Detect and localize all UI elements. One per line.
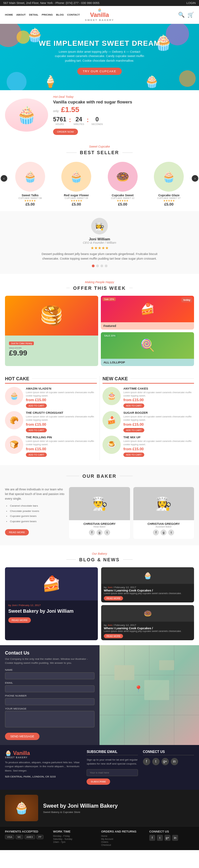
deal-order-button[interactable]: ORDER NOW: [53, 129, 78, 135]
offer-card-1: 🥞 Just for Cake Honey Was £9.55 £9.99: [5, 296, 98, 366]
offer-header: Making People Happy OFFER THIS WEEK: [5, 279, 194, 296]
baker-facebook-icon-2[interactable]: f: [153, 529, 159, 535]
top-bar: 567 Main Street, 2nd Floor, New York - P…: [0, 0, 199, 6]
product-card-3: 🧁 Cupcake Glaze CUPCAKE SWEET 07 ★★★★★ £…: [147, 162, 191, 206]
blog-side-read-btn-0[interactable]: READ MORE: [104, 596, 123, 600]
offer-grid: 🥞 Just for Cake Honey Was £9.55 £9.99 🍰 …: [5, 296, 194, 366]
new-cake-add-btn-1[interactable]: ADD TO CART: [123, 428, 144, 432]
hero-cta-button[interactable]: TRY OUR CUPCAKE: [77, 68, 121, 75]
blog-side-read-btn-1[interactable]: READ MORE: [104, 634, 123, 638]
map-area: 📍: [100, 645, 199, 745]
work-hours: Monday - FridaySaturday - Sunday10am - 7…: [53, 835, 98, 843]
blog-featured-title: Sweet Bakery by Joni William: [8, 608, 94, 614]
orders-title: ORDERS AND RETURNS: [101, 830, 146, 833]
name-label: NAME: [5, 669, 94, 672]
payment-icons: VISAMCAMEXPP: [5, 835, 50, 839]
svg-rect-6: [114, 665, 134, 680]
testimonial-role: CEO & Founder / William: [10, 241, 189, 244]
message-input[interactable]: [5, 711, 94, 727]
deal-tag: Hot Deal Today: [53, 95, 132, 98]
order-link-item[interactable]: Orders: [101, 841, 146, 843]
blog-side-img-0: 🧁: [101, 567, 194, 584]
slider-prev-button[interactable]: ‹: [1, 175, 7, 182]
new-cake-item-0: 🎂 ANYTIME CAKES Lorem ipsum dolor sit cu…: [103, 387, 194, 408]
footer-linkedin-icon[interactable]: in: [171, 758, 178, 765]
hot-cake-img-0: 🧁: [5, 387, 23, 405]
header-login[interactable]: LOGIN: [187, 1, 196, 5]
testimonial-name: Joni William: [10, 237, 189, 241]
footer-work-time: WORK TIME Monday - FridaySaturday - Sund…: [53, 830, 98, 847]
new-cake-list: 🎂 ANYTIME CAKES Lorem ipsum dolor sit cu…: [103, 387, 194, 457]
subscribe-email-input[interactable]: [87, 769, 138, 776]
testimonial-dot-1[interactable]: [92, 265, 94, 267]
offer-section: Making People Happy OFFER THIS WEEK 🥞 Ju…: [0, 274, 199, 371]
hero-title: WE IMPLEMENT SWEET DREAM: [39, 39, 160, 48]
new-cake-add-btn-0[interactable]: ADD TO CART: [123, 403, 144, 408]
order-link-item[interactable]: My Account: [101, 838, 146, 840]
blog-side-post-0: 🧁 by Joni / February 12, 2017 Where I Le…: [101, 567, 194, 602]
blog-featured-read-button[interactable]: READ MORE: [8, 617, 31, 623]
new-cake-add-btn-2[interactable]: ADD TO CART: [123, 453, 144, 457]
baker-social-2: f g t: [133, 529, 194, 535]
deal-price: £1.55: [61, 105, 79, 114]
email-input[interactable]: [5, 685, 94, 692]
hot-cake-title: HOT CAKE: [5, 376, 97, 383]
connect-facebook-icon[interactable]: f: [149, 835, 155, 841]
hot-cake-add-btn-0[interactable]: ADD TO CART: [26, 403, 47, 408]
slider-next-button[interactable]: ›: [192, 175, 198, 182]
search-icon[interactable]: 🔍: [178, 11, 185, 18]
connect-linkedin-icon[interactable]: in: [172, 835, 178, 841]
subscribe-title: SUBSCRIBE EMAIL: [87, 750, 138, 755]
footer-connect-bottom: CONNECT US f t g+ in: [149, 830, 194, 847]
baker-twitter-icon-2[interactable]: t: [168, 529, 174, 535]
email-label: EMAIL: [5, 681, 94, 684]
testimonial-dot-4[interactable]: [105, 265, 108, 267]
baker-description: We are all three individuals in our team…: [5, 487, 66, 539]
hero-section: 🧁 🧁 🍦 🧁 WE IMPLEMENT SWEET DREAM Lorem i…: [0, 24, 199, 90]
offer-card-2: 🍰 Sale 15% today Featured: [101, 296, 194, 330]
bakery-showcase-image: 🧁: [5, 795, 38, 821]
hot-cake-img-2: 🍞: [5, 436, 23, 454]
blog-section: Our Bakery BLOG & NEWS 🍰 by Joni / Febru…: [0, 546, 199, 645]
cart-icon[interactable]: 🛒: [188, 11, 194, 18]
nav-link-about[interactable]: ABOUT: [16, 13, 26, 16]
testimonial-dot-2[interactable]: [96, 265, 99, 267]
baker-facebook-icon[interactable]: f: [89, 529, 95, 535]
connect-bottom-title: CONNECT US: [149, 830, 194, 833]
nav-link-blog[interactable]: BLOG: [56, 13, 64, 16]
footer-facebook-icon[interactable]: f: [143, 758, 150, 765]
baker-google-icon-2[interactable]: g: [161, 529, 167, 535]
blog-featured-image: 🍰: [5, 567, 98, 600]
order-link-item[interactable]: Checkout: [101, 844, 146, 846]
baker-read-more-button[interactable]: READ MORE: [5, 529, 29, 535]
best-seller-header: Sweet Cupcake BEST SELLER: [0, 140, 199, 162]
hero-description: Lorem ipsum dolor amet topping jelly — D…: [53, 50, 146, 63]
connect-twitter-icon[interactable]: t: [157, 835, 163, 841]
message-label: YOUR MESSAGE: [5, 707, 94, 710]
nav-link-pricing[interactable]: PRICING: [42, 13, 53, 16]
svg-rect-8: [159, 660, 174, 670]
footer-twitter-icon[interactable]: t: [152, 758, 160, 765]
hot-cake-add-btn-2[interactable]: ADD TO CART: [26, 453, 47, 457]
nav-link-home[interactable]: HOME: [5, 13, 13, 16]
order-link-item[interactable]: Home: [101, 835, 146, 837]
nav-link-detail[interactable]: DETAIL: [29, 13, 38, 16]
contact-submit-button[interactable]: SEND MESSAGE: [5, 733, 39, 740]
contact-title: Contact Us: [5, 650, 94, 655]
product-card-2: 🍩 Cupcake Sweet CUPCAKE SWEET 10 ★★★★★ £…: [101, 162, 145, 206]
baker-google-icon[interactable]: g: [96, 529, 103, 535]
testimonial-avatar: 👩‍🍳: [91, 218, 108, 235]
message-field-group: YOUR MESSAGE: [5, 707, 94, 729]
map-placeholder: 📍: [100, 645, 199, 745]
footer-googleplus-icon[interactable]: g+: [162, 758, 169, 765]
phone-input[interactable]: [5, 698, 94, 705]
footer-about-text: To produce allocation, aliquam, magna pa…: [5, 761, 82, 773]
testimonial-dot-3[interactable]: [101, 265, 103, 267]
hot-cake-add-btn-1[interactable]: ADD TO CART: [26, 428, 47, 432]
nav-link-contact[interactable]: CONTACT: [67, 13, 80, 16]
connect-googleplus-icon[interactable]: g+: [165, 835, 170, 841]
name-input[interactable]: [5, 672, 94, 679]
subscribe-button[interactable]: SUBSCRIBE: [87, 778, 110, 785]
timer-minutes: 24 MINUTES: [74, 116, 84, 125]
baker-twitter-icon[interactable]: t: [104, 529, 110, 535]
